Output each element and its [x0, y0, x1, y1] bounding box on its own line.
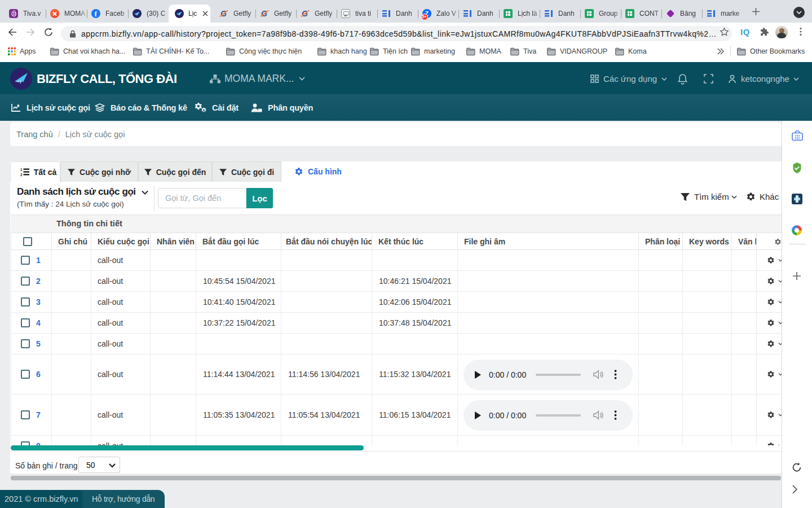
svg-text:1: 1: [20, 168, 23, 172]
svg-text:2: 2: [20, 173, 23, 177]
